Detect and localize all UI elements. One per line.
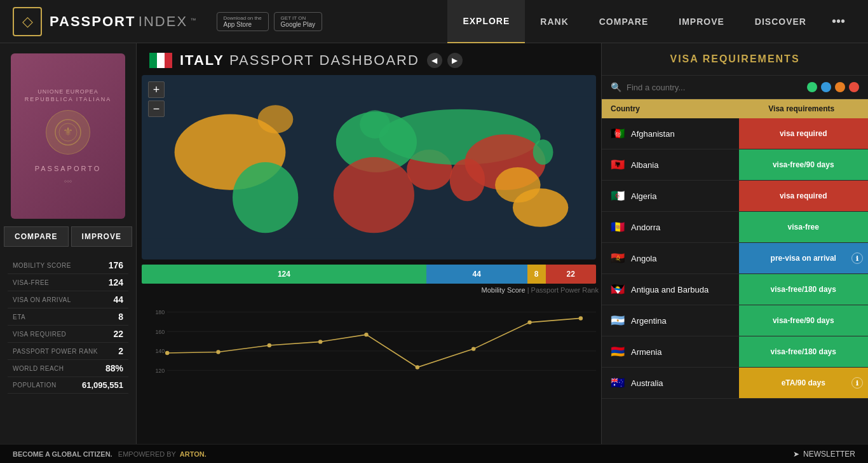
logo-icon: ◇	[13, 7, 42, 36]
become-text: BECOME A GLOBAL CITIZEN.	[13, 450, 112, 458]
newsletter-button[interactable]: ➤ NEWSLETTER	[793, 450, 855, 459]
table-row: 🇦🇩 Andorra visa-free	[602, 212, 868, 243]
powered-text: EMPOWERED BY ARTON.	[114, 450, 207, 458]
col-visa: Visa requirements	[735, 99, 869, 118]
country-name-cell: 🇦🇩 Andorra	[602, 215, 739, 239]
country-flag: 🇦🇷	[611, 314, 625, 328]
visa-requirement: visa-free/180 days	[739, 336, 869, 367]
country-flag: 🇦🇫	[611, 127, 625, 141]
zoom-in-button[interactable]: +	[148, 81, 165, 98]
legend-red	[849, 82, 859, 92]
stat-visa-on-arrival: VISA ON ARRIVAL 44	[8, 291, 128, 308]
info-icon[interactable]: ℹ	[851, 377, 863, 389]
country-name: Argentina	[631, 316, 667, 326]
country-name: Albania	[631, 160, 658, 170]
next-arrow[interactable]: ▶	[447, 53, 463, 68]
footer-text: BECOME A GLOBAL CITIZEN. EMPOWERED BY AR…	[13, 450, 207, 458]
table-header: Country Visa requirements	[602, 99, 868, 118]
svg-point-8	[334, 157, 414, 233]
stat-visa-required: VISA REQUIRED 22	[8, 326, 128, 343]
center-content: ITALY PASSPORT DASHBOARD ◀ ▶	[137, 43, 601, 444]
flag-white	[157, 53, 165, 68]
logo-passport: PASSPORT	[50, 13, 135, 29]
country-name: Afghanistan	[631, 129, 675, 139]
table-row: 🇦🇬 Antigua and Barbuda visa-free/180 day…	[602, 274, 868, 305]
prev-arrow[interactable]: ◀	[427, 53, 442, 68]
visa-requirements-title: VISA REQUIREMENTS	[602, 43, 868, 76]
table-row: 🇦🇱 Albania visa-free/90 days	[602, 149, 868, 181]
nav-compare[interactable]: COMPARE	[584, 0, 664, 43]
zoom-out-button[interactable]: −	[148, 100, 165, 117]
app-store-button[interactable]: Download on the App Store	[217, 12, 269, 31]
country-name: Angola	[631, 254, 656, 263]
country-name-cell: 🇦🇬 Antigua and Barbuda	[602, 277, 739, 301]
svg-point-14	[513, 188, 568, 226]
svg-point-25	[165, 351, 169, 355]
table-row: 🇦🇫 Afghanistan visa required	[602, 118, 868, 149]
logo-text: PASSPORT INDEX ™	[50, 13, 196, 30]
country-name: Algeria	[631, 191, 656, 201]
table-row: 🇦🇲 Armenia visa-free/180 days	[602, 336, 868, 368]
stat-mobility-score: MOBILITY SCORE 176	[8, 257, 128, 274]
svg-point-33	[579, 316, 583, 320]
stats-list: MOBILITY SCORE 176 VISA-FREE 124 VISA ON…	[0, 257, 136, 394]
svg-point-26	[216, 350, 220, 354]
visa-requirement: eTA/90 days ℹ	[739, 368, 869, 398]
nav-explore[interactable]: EXPLORE	[447, 0, 525, 43]
google-play-button[interactable]: GET IT ON Google Play	[274, 12, 322, 31]
stat-world-reach: WORLD REACH 88%	[8, 360, 128, 377]
right-panel: VISA REQUIREMENTS 🔍 Country Visa require…	[601, 43, 868, 444]
logo-index: INDEX	[139, 13, 187, 29]
legend-dots	[807, 82, 859, 92]
svg-point-28	[318, 340, 322, 343]
table-row: 🇦🇷 Argentina visa-free/90 days	[602, 305, 868, 336]
sidebar-buttons: COMPARE IMPROVE	[4, 226, 132, 247]
nav-arrows: ◀ ▶	[427, 53, 463, 68]
nav-discover[interactable]: DISCOVER	[740, 0, 822, 43]
info-icon[interactable]: ℹ	[851, 252, 863, 264]
country-flag: 🇦🇱	[611, 158, 625, 172]
flag-green	[149, 53, 157, 68]
italy-flag	[149, 53, 172, 68]
visa-requirement: visa-free/180 days	[739, 274, 869, 305]
country-flag: 🇦🇴	[611, 251, 625, 265]
improve-button[interactable]: IMPROVE	[71, 226, 132, 247]
passport-emblem: ⚜	[46, 110, 90, 155]
legend-blue	[821, 82, 831, 92]
country-name-cell: 🇩🇿 Algeria	[602, 184, 739, 208]
nav-more[interactable]: •••	[822, 0, 855, 43]
country-name: Armenia	[631, 347, 661, 357]
main-content: UNIONE EUROPEA REPUBBLICA ITALIANA ⚜ PAS…	[0, 43, 868, 444]
table-row: 🇦🇺 Australia eTA/90 days ℹ	[602, 368, 868, 399]
country-list: 🇦🇫 Afghanistan visa required 🇦🇱 Albania …	[602, 118, 868, 444]
country-name-cell: 🇦🇱 Albania	[602, 153, 739, 177]
svg-point-27	[268, 343, 271, 347]
svg-text:120: 120	[155, 368, 165, 374]
map-svg	[142, 75, 596, 259]
table-row: 🇦🇴 Angola pre-visa on arrival ℹ	[602, 243, 868, 274]
nav-rank[interactable]: RANK	[525, 0, 583, 43]
stat-passport-power-rank: PASSPORT POWER RANK 2	[8, 343, 128, 360]
passport-cover: UNIONE EUROPEA REPUBBLICA ITALIANA ⚜ PAS…	[11, 53, 125, 219]
svg-text:⚜: ⚜	[63, 125, 73, 138]
zoom-controls: + −	[148, 81, 165, 117]
svg-text:180: 180	[155, 309, 165, 315]
svg-point-5	[258, 105, 294, 133]
compare-button[interactable]: COMPARE	[4, 226, 68, 247]
score-visa-on-arrival: 44	[426, 265, 527, 284]
visa-requirement: visa-free	[739, 212, 869, 242]
search-bar: 🔍	[602, 76, 868, 99]
search-input[interactable]	[627, 83, 802, 92]
chart-svg: 180 160 140 120	[142, 298, 596, 393]
country-flag: 🇩🇿	[611, 189, 625, 203]
world-map[interactable]: + −	[142, 75, 596, 259]
chart-mobility-label: Mobility Score	[482, 286, 526, 294]
stat-eta: ETA 8	[8, 308, 128, 326]
country-flag: 🇦🇲	[611, 345, 625, 359]
country-flag: 🇦🇩	[611, 220, 625, 234]
table-row: 🇩🇿 Algeria visa required	[602, 181, 868, 212]
svg-text:160: 160	[155, 329, 165, 335]
send-icon: ➤	[793, 450, 799, 459]
nav-improve[interactable]: IMPROVE	[663, 0, 740, 43]
flag-red	[165, 53, 172, 68]
